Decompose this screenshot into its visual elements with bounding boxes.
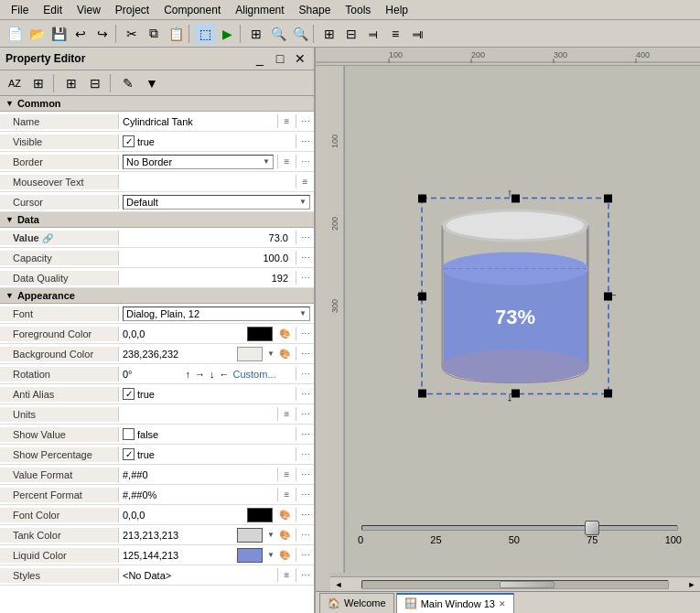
prop-minimize-btn[interactable]: _ [253,51,267,66]
redo-btn[interactable]: ↪ [92,24,113,44]
showvalue-checkbox[interactable] [123,428,135,440]
rotate-left-btn[interactable]: ← [219,369,231,380]
prop-value-units[interactable] [119,413,277,416]
rotate-up-btn[interactable]: ↑ [185,369,192,380]
showvalue-extra-btn[interactable]: ⋯ [296,427,314,441]
canvas-content[interactable]: 100 200 300 [330,66,700,591]
antialias-extra-btn[interactable]: ⋯ [296,387,314,401]
tankcolor-picker-btn[interactable]: 🎨 [277,529,292,541]
fgcolor-picker-btn[interactable]: 🎨 [277,328,292,339]
name-edit-btn[interactable]: ≡ [277,114,296,128]
dataquality-extra-btn[interactable]: ⋯ [296,271,314,285]
menu-file[interactable]: File [4,2,36,18]
rotate-down-btn[interactable]: ↓ [209,369,216,380]
showpct-extra-btn[interactable]: ⋯ [296,447,314,461]
font-select[interactable]: Dialog, Plain, 12 ▼ [123,306,310,321]
play-btn[interactable]: ▶ [217,24,237,44]
value-extra-btn[interactable]: ⋯ [296,231,314,244]
slider-thumb[interactable] [585,521,599,535]
select-btn[interactable]: ⬚ [195,24,215,44]
align-right-btn[interactable]: ⫥ [407,24,427,44]
hscroll-right-btn[interactable]: ► [684,577,699,592]
prop-close-btn[interactable]: ✕ [293,51,307,66]
grid-btn[interactable]: ⊞ [319,24,339,44]
menu-edit[interactable]: Edit [36,2,70,18]
open-btn[interactable]: 📂 [27,24,47,44]
undo-btn[interactable]: ↩ [70,24,91,44]
cut-btn[interactable]: ✂ [122,24,142,44]
menu-help[interactable]: Help [378,2,415,18]
align-center-btn[interactable]: ≡ [385,24,405,44]
prop-value-valueformat[interactable]: #,##0 [119,468,277,482]
showpct-checkbox[interactable] [123,448,135,460]
units-edit-btn[interactable]: ≡ [277,407,296,421]
border-select[interactable]: No Border ▼ [123,155,274,169]
menu-alignment[interactable]: Alignment [228,2,291,18]
paste-btn[interactable]: 📋 [166,24,186,44]
hscrollbar-thumb[interactable] [500,581,555,588]
prop-value-pctformat[interactable]: #,##0% [119,488,277,502]
liquidcolor-extra-btn[interactable]: ⋯ [296,548,314,562]
zoom-in-btn[interactable]: 🔍 [268,24,288,44]
zoom-fit-btn[interactable]: ⊞ [246,24,266,44]
tankcolor-extra-btn[interactable]: ⋯ [296,528,314,542]
tab-welcome[interactable]: 🏠 Welcome [319,593,394,613]
bgcolor-swatch[interactable] [237,347,263,361]
mouseover-edit-btn[interactable]: ≡ [296,175,314,188]
border-extra-btn[interactable]: ⋯ [296,155,314,168]
section-appearance[interactable]: ▼ Appearance [0,288,314,304]
fontcolor-swatch[interactable] [247,508,273,522]
liquidcolor-swatch[interactable] [237,548,263,563]
visible-extra-btn[interactable]: ⋯ [296,134,314,148]
valueformat-edit-btn[interactable]: ≡ [277,468,296,481]
prop-restore-btn[interactable]: □ [273,51,287,66]
sort-alpha-btn[interactable]: AZ [5,73,25,93]
menu-view[interactable]: View [70,2,108,18]
collapse-btn[interactable]: ⊟ [85,73,105,93]
prop-extra2-btn[interactable]: ▼ [142,73,162,93]
new-btn[interactable]: 📄 [5,24,25,44]
sort-cat-btn[interactable]: ⊞ [28,73,48,93]
align-left-btn[interactable]: ⫤ [363,24,383,44]
pctformat-extra-btn[interactable]: ⋯ [296,488,314,501]
cursor-select[interactable]: Default ▼ [123,195,310,210]
custom-rotation-btn[interactable]: Custom... [233,369,293,380]
visible-checkbox[interactable] [123,135,135,147]
name-extra-btn[interactable]: ⋯ [296,114,314,128]
menu-tools[interactable]: Tools [338,2,378,18]
liquidcolor-picker-btn[interactable]: 🎨 [277,549,292,561]
bgcolor-extra-btn[interactable]: ⋯ [296,347,314,360]
expand-btn[interactable]: ⊞ [61,73,81,93]
menu-component[interactable]: Component [156,2,228,18]
bgcolor-picker-btn[interactable]: 🎨 [277,348,292,360]
zoom-out-btn[interactable]: 🔍 [290,24,310,44]
slider-track[interactable] [361,525,678,531]
prop-value-mouseover[interactable] [119,180,296,184]
fgcolor-swatch[interactable] [247,327,273,341]
snap-btn[interactable]: ⊟ [341,24,361,44]
copy-btn[interactable]: ⧉ [144,24,164,44]
antialias-checkbox[interactable] [123,388,135,400]
units-extra-btn[interactable]: ⋯ [296,407,314,421]
capacity-extra-btn[interactable]: ⋯ [296,251,314,264]
styles-extra-btn[interactable]: ⋯ [296,568,314,582]
prop-extra-btn[interactable]: ✎ [118,73,138,93]
fontcolor-picker-btn[interactable]: 🎨 [277,509,292,521]
menu-project[interactable]: Project [108,2,156,18]
styles-edit-btn[interactable]: ≡ [277,568,296,582]
fontcolor-extra-btn[interactable]: ⋯ [296,508,314,522]
tab-close-btn[interactable]: ✕ [499,599,506,608]
section-data[interactable]: ▼ Data [0,212,314,228]
hscrollbar-track[interactable] [361,580,669,589]
border-edit-btn[interactable]: ≡ [277,155,296,168]
hscroll-left-btn[interactable]: ◄ [331,577,346,592]
rotation-extra-btn[interactable]: ⋯ [296,367,314,381]
valueformat-extra-btn[interactable]: ⋯ [296,468,314,481]
tab-mainwindow[interactable]: 🪟 Main Window 13 ✕ [396,593,514,613]
tankcolor-swatch[interactable] [237,528,263,543]
prop-value-styles[interactable]: <No Data> [119,568,277,583]
save-btn[interactable]: 💾 [48,24,69,44]
section-common[interactable]: ▼ Common [0,96,314,112]
fgcolor-extra-btn[interactable]: ⋯ [296,327,314,340]
pctformat-edit-btn[interactable]: ≡ [277,488,296,501]
